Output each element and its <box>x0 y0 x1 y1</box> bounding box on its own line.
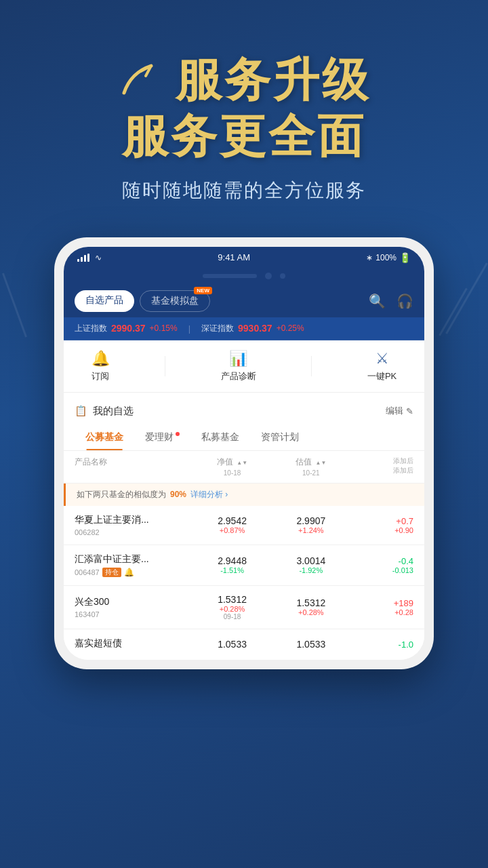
fund-nav-4: 1.0533 <box>192 639 271 650</box>
fund-nav-1: 2.9542 +0.87% <box>192 515 271 534</box>
fund-change-1: +0.7 +0.90 <box>350 516 413 534</box>
watchlist-title-text: 我的自选 <box>93 405 134 418</box>
fund-code-1: 006282 <box>75 528 192 536</box>
cat-tab-simu[interactable]: 私募基金 <box>190 425 250 450</box>
pk-func[interactable]: ⚔ 一键PK <box>367 350 396 382</box>
pk-icon: ⚔ <box>375 350 389 368</box>
fund-change-3: +189 +0.28 <box>350 598 413 616</box>
sh-change: +0.15% <box>150 323 178 333</box>
wifi-icon: ∿ <box>95 253 102 262</box>
func-divider-1 <box>165 356 165 376</box>
similarity-notice: 如下两只基金的相似度为 90% 详细分析 › <box>64 484 424 506</box>
deco-line-3 <box>2 273 27 338</box>
battery-label: 100% <box>375 253 396 262</box>
sh-label: 上证指数 <box>75 323 107 334</box>
hero-title-row1: 服务升级 <box>27 54 461 105</box>
pk-label: 一键PK <box>367 370 396 382</box>
cat-tab-aili[interactable]: 爱理财 <box>134 425 190 450</box>
fund-name-4: 嘉实超短债 <box>75 637 176 650</box>
signal-bar-4 <box>87 254 89 262</box>
col-add-header: 添加后添加后 <box>350 456 413 477</box>
fund-est-2: 3.0014 -1.92% <box>272 555 350 574</box>
phone-outer-shell: ∿ 9:41 AM ∗ 100% 🔋 自选产品 <box>54 237 434 669</box>
phone-screen: ∿ 9:41 AM ∗ 100% 🔋 自选产品 <box>64 247 424 660</box>
fund-nav-3: 1.5312 +0.28% 09-18 <box>192 594 271 620</box>
hero-text-1: 服务升级 <box>176 54 371 105</box>
detail-link[interactable]: 详细分析 › <box>190 489 228 500</box>
sz-value: 9930.37 <box>238 323 272 334</box>
fund-row-1[interactable]: 华夏上证主要消... 006282 2.9542 +0.87% 2.9907 +… <box>64 506 424 545</box>
battery-icon: 🔋 <box>399 252 411 263</box>
status-bar: ∿ 9:41 AM ∗ 100% 🔋 <box>64 247 424 269</box>
diagnose-func[interactable]: 📊 产品诊断 <box>221 350 256 382</box>
subscribe-label: 订阅 <box>92 370 109 382</box>
fund-est-3: 1.5312 +0.28% <box>272 597 350 616</box>
status-time: 9:41 AM <box>218 252 250 262</box>
phone-speaker-area <box>64 269 424 285</box>
fund-name-3: 兴全300 <box>75 596 176 608</box>
function-bar: 🔔 订阅 📊 产品诊断 ⚔ 一键PK <box>64 340 424 393</box>
fund-code-3: 163407 <box>75 610 192 618</box>
diagnose-label: 产品诊断 <box>221 370 256 382</box>
deco-line-1 <box>445 262 488 334</box>
fund-change-2: -0.4 -0.013 <box>350 556 413 574</box>
fund-change-4: -1.0 <box>350 639 413 650</box>
col-est-header: 估值 ▲▼ 10-21 <box>272 456 350 477</box>
tab-zixuan[interactable]: 自选产品 <box>75 290 134 312</box>
fund-est-1: 2.9907 +1.24% <box>272 515 350 534</box>
tab-jijin[interactable]: 基金模拟盘 NEW <box>140 290 210 312</box>
ticker-divider: | <box>188 323 190 334</box>
subscribe-func[interactable]: 🔔 订阅 <box>92 350 110 382</box>
upgrade-arrow-icon <box>117 59 165 100</box>
watchlist-edit[interactable]: 编辑 ✎ <box>386 405 413 417</box>
signal-bar-3 <box>84 255 86 262</box>
status-left: ∿ <box>77 253 102 262</box>
fund-name-1: 华夏上证主要消... <box>75 514 176 526</box>
bell-icon-2: 🔔 <box>124 568 134 577</box>
hero-text-2: 服务更全面 <box>27 111 461 161</box>
signal-bar-1 <box>77 259 79 262</box>
cat-tab-gonmu[interactable]: 公募基金 <box>75 425 134 450</box>
subscribe-icon: 🔔 <box>92 350 110 368</box>
col-nav-header: 净值 ▲▼ 10-18 <box>192 456 271 477</box>
phone-mockup: ∿ 9:41 AM ∗ 100% 🔋 自选产品 <box>54 237 434 669</box>
aili-dot <box>176 432 180 436</box>
fund-row-3[interactable]: 兴全300 163407 1.5312 +0.28% 09-18 1.5312 … <box>64 586 424 629</box>
sz-label: 深证指数 <box>201 323 234 334</box>
watchlist-icon: 📋 <box>75 405 87 417</box>
similarity-text: 如下两只基金的相似度为 <box>77 489 166 500</box>
speaker-grille <box>203 274 257 278</box>
hero-section: 服务升级 服务更全面 随时随地随需的全方位服务 <box>0 0 488 224</box>
market-ticker: 上证指数 2990.37 +0.15% | 深证指数 9930.37 +0.25… <box>64 317 424 340</box>
fund-code-2: 006487 持仓 🔔 <box>75 568 192 577</box>
fund-row-4[interactable]: 嘉实超短债 1.0533 1.0533 -1.0 <box>64 629 424 660</box>
fund-name-2: 汇添富中证主要... <box>75 553 176 566</box>
hero-subtitle: 随时随地随需的全方位服务 <box>27 178 461 203</box>
fund-nav-2: 2.9448 -1.51% <box>192 555 271 574</box>
diagnose-icon: 📊 <box>229 350 247 368</box>
category-tabs: 公募基金 爱理财 私募基金 资管计划 <box>64 425 424 451</box>
new-badge: NEW <box>194 287 212 294</box>
signal-bar-2 <box>81 257 83 262</box>
camera-dot-1 <box>265 273 272 279</box>
watchlist-title: 📋 我的自选 <box>75 405 134 418</box>
col-name-header: 产品名称 <box>75 456 192 477</box>
headset-icon[interactable]: 🎧 <box>396 293 413 309</box>
cat-tab-ziguang[interactable]: 资管计划 <box>250 425 310 450</box>
edit-label: 编辑 <box>386 405 403 417</box>
search-icon[interactable]: 🔍 <box>369 293 386 309</box>
fund-info-4: 嘉实超短债 <box>75 637 192 652</box>
est-sort[interactable]: ▲▼ <box>316 460 327 466</box>
signal-bars <box>77 254 89 262</box>
bluetooth-icon: ∗ <box>366 253 373 262</box>
fund-info-2: 汇添富中证主要... 006487 持仓 🔔 <box>75 553 192 577</box>
similarity-pct: 90% <box>170 490 186 499</box>
fund-row-2[interactable]: 汇添富中证主要... 006487 持仓 🔔 2.9448 -1.51% 3.0… <box>64 545 424 586</box>
hold-badge-2: 持仓 <box>102 568 121 577</box>
status-right: ∗ 100% 🔋 <box>366 252 411 263</box>
nav-sort[interactable]: ▲▼ <box>237 460 247 466</box>
sz-change: +0.25% <box>277 323 304 333</box>
header-icons: 🔍 🎧 <box>369 293 413 309</box>
fund-est-4: 1.0533 <box>272 639 350 650</box>
nav-tab-group: 自选产品 基金模拟盘 NEW <box>75 290 210 312</box>
